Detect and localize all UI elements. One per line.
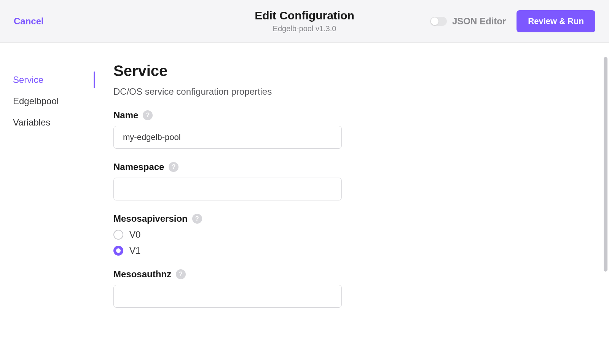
sidebar: Service Edgelbpool Variables — [0, 43, 95, 357]
page-title: Edit Configuration — [207, 9, 401, 22]
header-left: Cancel — [14, 16, 207, 27]
form-group-mesosauthnz: Mesosauthnz ? — [113, 269, 453, 308]
form-group-mesosapiversion: Mesosapiversion ? V0 V1 — [113, 213, 453, 256]
header-bar: Cancel Edit Configuration Edgelb-pool v1… — [0, 0, 609, 43]
radio-option-v0[interactable]: V0 — [113, 229, 453, 240]
form-label-row-mesosapiversion: Mesosapiversion ? — [113, 213, 453, 224]
help-icon[interactable]: ? — [169, 162, 179, 172]
question-mark-icon: ? — [179, 271, 183, 278]
form-label-row-name: Name ? — [113, 110, 453, 121]
toggle-knob-icon — [431, 17, 438, 25]
label-name: Name — [113, 110, 138, 121]
radio-label-v1: V1 — [129, 245, 140, 256]
page-subtitle: Edgelb-pool v1.3.0 — [207, 24, 401, 33]
question-mark-icon: ? — [195, 215, 199, 222]
question-mark-icon: ? — [146, 112, 150, 119]
radio-label-v0: V0 — [129, 229, 140, 240]
sidebar-item-variables[interactable]: Variables — [13, 112, 95, 133]
scrollbar-track[interactable] — [603, 57, 608, 357]
sidebar-item-service[interactable]: Service — [13, 69, 95, 91]
help-icon[interactable]: ? — [192, 214, 202, 224]
form-group-namespace: Namespace ? — [113, 162, 453, 200]
label-namespace: Namespace — [113, 162, 164, 172]
mesosauthnz-input[interactable] — [113, 285, 342, 308]
label-mesosauthnz: Mesosauthnz — [113, 269, 171, 280]
radio-circle-icon — [113, 230, 123, 240]
radio-option-v1[interactable]: V1 — [113, 245, 453, 256]
header-right: JSON Editor Review & Run — [402, 10, 595, 32]
radio-circle-selected-icon — [113, 246, 123, 256]
help-icon[interactable]: ? — [176, 269, 186, 279]
label-mesosapiversion: Mesosapiversion — [113, 213, 188, 224]
json-editor-toggle-group: JSON Editor — [430, 16, 506, 27]
help-icon[interactable]: ? — [143, 110, 153, 120]
body-wrap: Service Edgelbpool Variables Service DC/… — [0, 43, 609, 357]
scrollbar-thumb[interactable] — [604, 57, 607, 272]
sidebar-item-edgelbpool[interactable]: Edgelbpool — [13, 91, 95, 112]
name-input[interactable] — [113, 126, 342, 149]
json-editor-toggle[interactable] — [430, 17, 447, 26]
question-mark-icon: ? — [172, 164, 176, 170]
section-description: DC/OS service configuration properties — [113, 86, 453, 97]
mesosapiversion-radio-group: V0 V1 — [113, 229, 453, 256]
json-editor-toggle-label: JSON Editor — [452, 16, 506, 27]
cancel-button[interactable]: Cancel — [14, 16, 44, 26]
namespace-input[interactable] — [113, 178, 342, 200]
form-group-name: Name ? — [113, 110, 453, 149]
form-label-row-namespace: Namespace ? — [113, 162, 453, 172]
form-label-row-mesosauthnz: Mesosauthnz ? — [113, 269, 453, 280]
review-and-run-button[interactable]: Review & Run — [517, 10, 595, 32]
main-content: Service DC/OS service configuration prop… — [95, 43, 476, 357]
section-title: Service — [113, 62, 453, 79]
header-center: Edit Configuration Edgelb-pool v1.3.0 — [207, 9, 401, 33]
